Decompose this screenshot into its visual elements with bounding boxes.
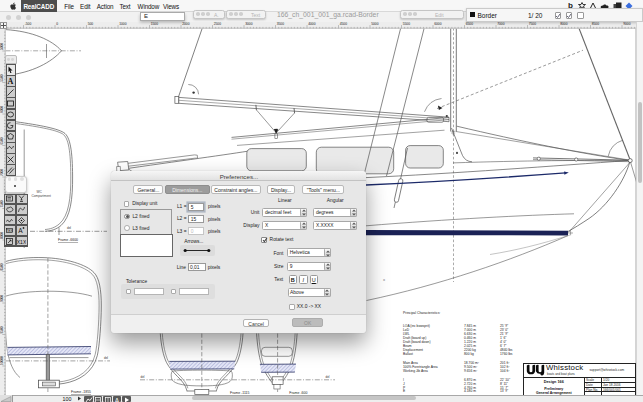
svg-text:del: del [141, 375, 145, 379]
svg-text:9000: 9000 [0, 294, 4, 301]
svg-text:-500: -500 [25, 22, 32, 26]
svg-text:Frame -1855: Frame -1855 [71, 390, 91, 394]
svg-text:del: del [67, 226, 71, 230]
svg-text:5500: 5500 [403, 22, 411, 26]
svg-text:5500: 5500 [0, 74, 4, 81]
svg-text:7000: 7000 [0, 168, 4, 175]
svg-text:3000: 3000 [245, 22, 253, 26]
svg-text:X1X: X1X [17, 239, 26, 245]
svg-text:3500: 3500 [277, 22, 285, 26]
svg-text:5000: 5000 [0, 42, 4, 49]
svg-text:del: del [326, 375, 330, 379]
svg-text:2000: 2000 [182, 22, 190, 26]
svg-text:9000: 9000 [623, 22, 631, 26]
svg-text:10000: 10000 [0, 355, 4, 364]
svg-text:6500: 6500 [0, 137, 4, 144]
svg-text:A: A [8, 77, 14, 86]
svg-text:7000: 7000 [497, 22, 505, 26]
svg-text:8000: 8000 [560, 22, 568, 26]
svg-text:TEX: TEX [6, 229, 13, 233]
svg-text:7500: 7500 [529, 22, 537, 26]
svg-text:6000: 6000 [434, 22, 442, 26]
svg-text:Compartment: Compartment [32, 194, 51, 198]
svg-text:6000: 6000 [0, 105, 4, 112]
svg-text:8500: 8500 [0, 263, 4, 270]
svg-text:0: 0 [56, 22, 58, 26]
svg-text:x: x [383, 277, 386, 282]
svg-text:9500: 9500 [0, 326, 4, 333]
svg-text:500: 500 [88, 22, 94, 26]
svg-text:5000: 5000 [371, 22, 379, 26]
svg-text:Frame -6600: Frame -6600 [58, 238, 78, 242]
svg-text:2500: 2500 [214, 22, 222, 26]
svg-text:8500: 8500 [592, 22, 600, 26]
svg-text:del: del [104, 356, 108, 360]
svg-text:6500: 6500 [466, 22, 474, 26]
svg-text:1000: 1000 [119, 22, 127, 26]
svg-text:A: A [115, 396, 120, 402]
svg-text:1500: 1500 [151, 22, 159, 26]
svg-text:4000: 4000 [308, 22, 316, 26]
svg-text:4500: 4500 [340, 22, 348, 26]
